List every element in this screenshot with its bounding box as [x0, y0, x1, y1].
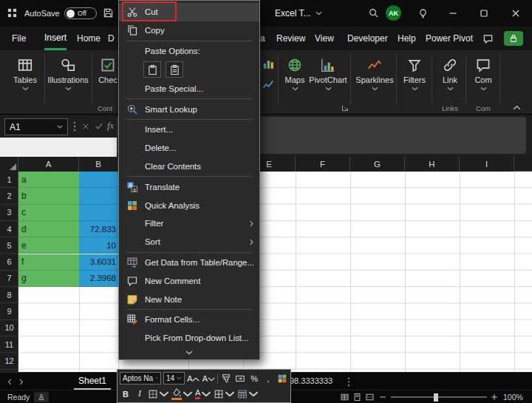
row-header-7[interactable]: 7	[0, 271, 18, 287]
cell-b3[interactable]	[79, 205, 118, 221]
decrease-font-size-button[interactable]: A	[202, 372, 216, 385]
cells-grid[interactable]: abcdefg72.833103.60312.3968	[18, 172, 532, 372]
menu-item-delete[interactable]: Delete...	[119, 139, 259, 158]
bold-button[interactable]: B	[120, 387, 132, 400]
cell-b6[interactable]: 3.6031	[79, 254, 118, 271]
tab-a[interactable]: a	[260, 27, 265, 50]
menu-item-copy[interactable]: Copy	[119, 21, 259, 40]
document-title[interactable]: Excel T...	[275, 8, 322, 18]
dialog-launcher-icon[interactable]	[341, 104, 349, 112]
menu-item-new-note[interactable]: New Note	[119, 290, 259, 308]
col-header-b[interactable]: B	[79, 157, 118, 172]
row-header-2[interactable]: 2	[0, 188, 18, 204]
ribbon-button-filters[interactable]: Filters	[398, 55, 432, 105]
maximize-button[interactable]	[480, 9, 488, 18]
share-button[interactable]	[504, 31, 523, 46]
col-header-f[interactable]: F	[296, 157, 350, 172]
tab-view[interactable]: View	[315, 27, 334, 50]
format-painter-button[interactable]	[220, 372, 232, 385]
menu-more-chevron[interactable]	[119, 348, 259, 358]
menu-item-quick-analysis[interactable]: Quick Analysis	[119, 196, 259, 214]
col-header-h[interactable]: H	[405, 157, 460, 172]
ribbon-button-sparklines[interactable]: Sparklines	[353, 55, 396, 105]
tab-home[interactable]: Home	[77, 27, 100, 50]
worksheet[interactable]: ABEFGHI 12345678910111213 abcdefg72.8331…	[0, 157, 532, 372]
menu-item-new-comment[interactable]: New Comment	[119, 271, 259, 290]
cancel-icon[interactable]	[82, 123, 89, 130]
collapse-ribbon-icon[interactable]	[513, 105, 521, 110]
select-all-corner[interactable]	[0, 157, 18, 172]
col-header-a[interactable]: A	[18, 157, 79, 172]
comma-style-button[interactable]: ,	[262, 372, 274, 385]
increase-font-size-button[interactable]: A	[187, 372, 200, 385]
autosave-toggle[interactable]: Off	[64, 7, 97, 19]
italic-button[interactable]: I	[134, 387, 146, 400]
ribbon-button-link[interactable]: Link	[434, 55, 466, 105]
zoom-slider[interactable]	[391, 396, 487, 398]
cell-b1[interactable]	[79, 172, 118, 188]
accessibility-badge[interactable]	[34, 392, 49, 402]
menu-item-sort[interactable]: Sort	[119, 233, 259, 251]
cell-a2[interactable]: b	[18, 188, 79, 204]
row-header-5[interactable]: 5	[0, 237, 18, 254]
row-header-1[interactable]: 1	[0, 172, 18, 188]
menu-item-get-data-from-table-range[interactable]: Get Data from Table/Range...	[119, 254, 259, 272]
view-page-break-icon[interactable]	[365, 393, 375, 402]
col-header-g[interactable]: G	[350, 157, 405, 172]
row-header-11[interactable]: 11	[0, 336, 18, 353]
comments-icon[interactable]	[482, 33, 494, 44]
cell-a1[interactable]: a	[18, 172, 79, 188]
cell-b5[interactable]: 10	[79, 237, 118, 254]
tab-review[interactable]: Review	[276, 27, 305, 50]
zoom-slider-thumb[interactable]	[434, 393, 438, 402]
quick-analysis-button[interactable]	[276, 372, 288, 385]
ribbon-button-pivotchart[interactable]: PivotChart	[307, 55, 349, 105]
ribbon-button-maps[interactable]: Maps	[279, 55, 310, 105]
menu-item-paste-special[interactable]: Paste Special...	[119, 79, 259, 98]
cell-b7[interactable]: 2.3968	[79, 271, 118, 287]
table-style-button[interactable]	[237, 387, 259, 400]
name-box[interactable]: A1	[4, 118, 68, 135]
enter-icon[interactable]	[95, 122, 103, 130]
cell-a7[interactable]: g	[18, 271, 79, 287]
col-header-i[interactable]: I	[460, 157, 514, 172]
row-header-10[interactable]: 10	[0, 320, 18, 336]
cell-b4[interactable]: 72.833	[79, 221, 118, 237]
view-normal-icon[interactable]	[340, 393, 349, 402]
menu-item-pick-from-drop-down-list[interactable]: Pick From Drop-down List...	[119, 329, 259, 348]
merge-button[interactable]	[234, 372, 246, 385]
font-name-select[interactable]: Aptos Na	[120, 372, 161, 385]
save-icon[interactable]	[103, 7, 114, 18]
cell-a4[interactable]: d	[18, 221, 79, 237]
row-header-12[interactable]: 12	[0, 353, 18, 369]
tab-insert[interactable]: Insert	[44, 27, 66, 50]
ribbon-button-tables[interactable]: Tables	[6, 55, 44, 105]
row-header-9[interactable]: 9	[0, 303, 18, 319]
row-header-8[interactable]: 8	[0, 287, 18, 303]
menu-item-cut[interactable]: Cut	[119, 3, 259, 21]
close-button[interactable]	[511, 9, 520, 18]
row-header-4[interactable]: 4	[0, 221, 18, 237]
borders-all-button[interactable]	[214, 387, 235, 400]
menu-item-translate[interactable]: AaTranslate	[119, 177, 259, 196]
zoom-in-icon[interactable]	[491, 393, 498, 401]
cell-a3[interactable]: c	[18, 205, 79, 221]
app-launcher-icon[interactable]	[7, 7, 18, 18]
more-options-icon[interactable]	[347, 377, 350, 387]
search-icon[interactable]	[368, 7, 379, 18]
font-size-select[interactable]: 14	[163, 372, 185, 385]
cell-a6[interactable]: f	[18, 254, 79, 271]
menu-item-clear-contents[interactable]: Clear Contents	[119, 158, 259, 176]
menu-item-smart-lookup[interactable]: Smart Lookup	[119, 100, 259, 118]
zoom-out-icon[interactable]	[379, 393, 386, 401]
percent-style-button[interactable]: %	[248, 372, 260, 385]
sheet-tab-sheet1[interactable]: Sheet1	[74, 373, 111, 390]
tab-help[interactable]: Help	[398, 27, 416, 50]
sheet-nav-right-icon[interactable]	[19, 379, 24, 385]
more-options-icon[interactable]	[73, 121, 76, 132]
avatar[interactable]: AK	[386, 5, 401, 21]
ribbon-button-com[interactable]: Com	[467, 55, 499, 105]
font-color-button[interactable]: A	[195, 387, 211, 400]
cell-a5[interactable]: e	[18, 237, 79, 254]
view-page-layout-icon[interactable]	[352, 393, 362, 402]
